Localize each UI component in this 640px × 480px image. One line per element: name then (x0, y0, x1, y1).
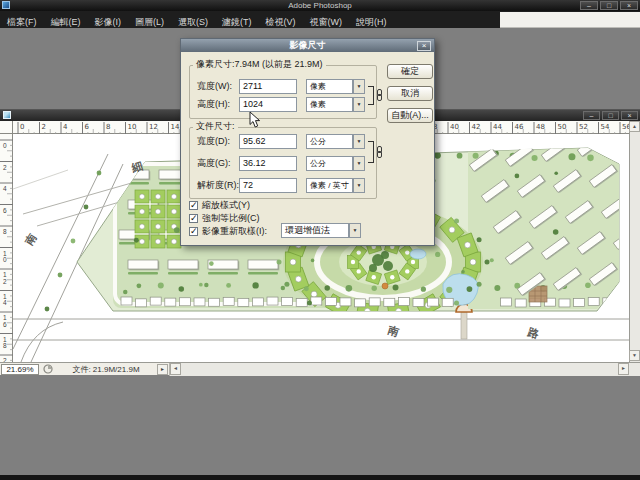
menu-item-0[interactable]: 檔案(F) (0, 14, 44, 31)
svg-text:8: 8 (106, 123, 110, 131)
resolution-input[interactable]: 72 (239, 178, 297, 193)
scratch-disk-icon (43, 364, 53, 374)
scrollbar-corner (629, 363, 640, 376)
svg-text:4: 4 (3, 299, 7, 306)
svg-text:42: 42 (472, 123, 481, 131)
svg-text:2: 2 (3, 278, 7, 285)
resample-method-arrow-icon[interactable]: ▼ (349, 223, 361, 238)
dialog-titlebar[interactable]: 影像尺寸 (181, 39, 434, 52)
road-label-1: 南 (22, 231, 39, 248)
document-window-controls: – □ × (583, 111, 638, 120)
road-label-3: 路 (525, 325, 540, 340)
doc-width-unit-arrow-icon[interactable]: ▼ (353, 134, 365, 149)
app-window-controls: – □ × (580, 1, 638, 10)
pixel-width-label: 寬度(W): (197, 79, 232, 94)
road-label-2: 南 (385, 323, 400, 338)
scroll-left-icon[interactable]: ◄ (170, 363, 181, 375)
menu-item-6[interactable]: 檢視(V) (259, 14, 303, 31)
doc-height-unit-select[interactable]: 公分 (306, 156, 353, 171)
bottom-edge (0, 475, 640, 480)
dialog-close-icon[interactable]: × (417, 41, 431, 51)
pixel-width-unit-select[interactable]: 像素 (306, 79, 353, 94)
doc-height-unit-arrow-icon[interactable]: ▼ (353, 156, 365, 171)
cancel-button[interactable]: 取消 (387, 86, 433, 101)
document-icon (3, 111, 11, 119)
pixel-link-bracket (368, 86, 374, 105)
doc-height-input[interactable]: 36.12 (239, 156, 297, 171)
scroll-right-icon[interactable]: ► (618, 363, 629, 375)
scroll-up-icon[interactable]: ▲ (629, 121, 640, 132)
resample-method-select[interactable]: 環迴增值法 (281, 223, 349, 238)
svg-text:52: 52 (579, 123, 588, 131)
chain-link-icon (376, 89, 383, 102)
status-flyout-icon[interactable]: ► (157, 364, 168, 375)
app-titlebar[interactable]: Adobe Photoshop – □ × (0, 0, 640, 11)
app-title: Adobe Photoshop (0, 0, 640, 11)
document-statusbar: 21.69% 文件: 21.9M/21.9M ► ◄ ► (0, 362, 640, 375)
svg-text:48: 48 (536, 123, 545, 131)
ok-button[interactable]: 確定 (387, 64, 433, 79)
svg-text:2: 2 (3, 164, 7, 171)
pixel-width-input[interactable]: 2711 (239, 79, 297, 94)
resample-image-checkbox[interactable]: ✓ (189, 227, 198, 236)
resolution-label: 解析度(R): (197, 178, 239, 193)
svg-text:4: 4 (63, 123, 68, 131)
menu-item-7[interactable]: 視窗(W) (303, 14, 350, 31)
svg-text:6: 6 (85, 123, 90, 131)
doc-width-input[interactable]: 95.62 (239, 134, 297, 149)
scale-styles-checkbox[interactable]: ✓ (189, 201, 198, 210)
pixel-height-unit-select[interactable]: 像素 (306, 97, 353, 112)
photoshop-app: Adobe Photoshop – □ × 檔案(F)編輯(E)影像(I)圖層(… (0, 0, 640, 480)
horizontal-scrollbar[interactable]: ◄ ► (169, 363, 629, 376)
svg-text:8: 8 (3, 342, 7, 349)
menu-item-2[interactable]: 影像(I) (88, 14, 129, 31)
svg-text:46: 46 (515, 123, 524, 131)
svg-text:14: 14 (171, 123, 180, 131)
maximize-button[interactable]: □ (600, 1, 618, 10)
minimize-button[interactable]: – (580, 1, 598, 10)
menu-item-8[interactable]: 說明(H) (349, 14, 394, 31)
pixel-dimensions-legend: 像素尺寸:7.94M (以前是 21.9M) (193, 59, 326, 70)
menu-item-4[interactable]: 選取(S) (171, 14, 215, 31)
svg-text:10: 10 (128, 123, 137, 131)
vertical-ruler: 02468101214161820 (0, 134, 13, 362)
scroll-down-icon[interactable]: ▼ (629, 350, 640, 361)
svg-text:44: 44 (493, 123, 502, 131)
svg-text:8: 8 (3, 228, 7, 235)
svg-text:6: 6 (3, 207, 7, 214)
svg-text:2: 2 (42, 123, 46, 131)
doc-width-unit-select[interactable]: 公分 (306, 134, 353, 149)
svg-text:40: 40 (450, 123, 459, 131)
menu-item-3[interactable]: 圖層(L) (128, 14, 171, 31)
doc-maximize-button[interactable]: □ (602, 111, 619, 120)
svg-text:56: 56 (622, 123, 629, 131)
svg-text:0: 0 (3, 142, 7, 149)
menu-item-5[interactable]: 濾鏡(T) (215, 14, 259, 31)
svg-text:0: 0 (20, 123, 24, 131)
constrain-proportions-checkbox[interactable]: ✓ (189, 214, 198, 223)
image-size-dialog: 影像尺寸 × 像素尺寸:7.94M (以前是 21.9M) 寬度(W): 271… (180, 38, 435, 246)
doc-link-bracket (368, 141, 374, 163)
pixel-height-input[interactable]: 1024 (239, 97, 297, 112)
svg-text:50: 50 (558, 123, 567, 131)
file-size-info: 文件: 21.9M/21.9M (56, 364, 156, 375)
resample-image-label: 影像重新取樣(I): (202, 224, 267, 239)
doc-height-label: 高度(G): (197, 156, 231, 171)
doc-chain-link-icon (376, 146, 383, 159)
zoom-level-field[interactable]: 21.69% (1, 364, 39, 375)
resolution-unit-arrow-icon[interactable]: ▼ (353, 178, 365, 193)
auto-button[interactable]: 自動(A)... (387, 108, 433, 123)
pixel-height-label: 高度(H): (197, 97, 230, 112)
mouse-cursor-icon (249, 111, 261, 129)
vertical-scrollbar[interactable]: ▲ ▼ (629, 121, 640, 362)
pixel-width-unit-arrow-icon[interactable]: ▼ (353, 79, 365, 94)
svg-text:12: 12 (149, 123, 158, 131)
pixel-height-unit-arrow-icon[interactable]: ▼ (353, 97, 365, 112)
document-size-legend: 文件尺寸: (193, 121, 238, 132)
doc-minimize-button[interactable]: – (583, 111, 600, 120)
close-button[interactable]: × (620, 1, 638, 10)
doc-close-button[interactable]: × (621, 111, 638, 120)
resolution-unit-select[interactable]: 像素 / 英寸 (306, 178, 353, 193)
svg-text:4: 4 (3, 185, 7, 192)
menu-item-1[interactable]: 編輯(E) (44, 14, 88, 31)
